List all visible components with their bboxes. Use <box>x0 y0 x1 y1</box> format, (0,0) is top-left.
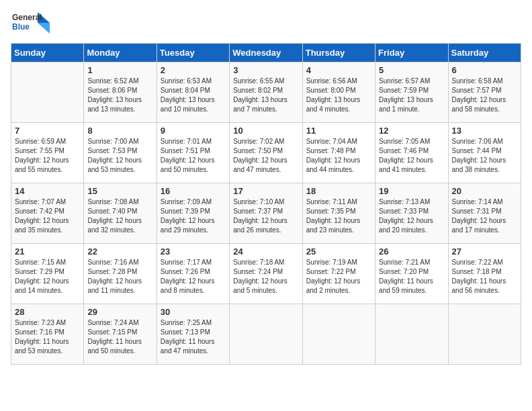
day-cell: 20Sunrise: 7:14 AM Sunset: 7:31 PM Dayli… <box>448 183 521 244</box>
day-info: Sunrise: 7:13 AM Sunset: 7:33 PM Dayligh… <box>379 197 444 235</box>
day-number: 27 <box>452 246 517 257</box>
day-number: 3 <box>233 65 298 75</box>
day-cell: 4Sunrise: 6:56 AM Sunset: 8:00 PM Daylig… <box>302 62 375 123</box>
day-cell: 23Sunrise: 7:17 AM Sunset: 7:26 PM Dayli… <box>157 244 229 304</box>
day-number: 22 <box>87 246 152 257</box>
day-number: 6 <box>452 65 517 75</box>
day-number: 18 <box>306 186 371 196</box>
day-cell: 29Sunrise: 7:24 AM Sunset: 7:15 PM Dayli… <box>84 304 157 365</box>
day-number: 7 <box>15 126 80 136</box>
day-number: 5 <box>379 65 444 75</box>
day-number: 16 <box>161 186 226 196</box>
day-info: Sunrise: 7:24 AM Sunset: 7:15 PM Dayligh… <box>87 318 152 356</box>
day-info: Sunrise: 6:52 AM Sunset: 8:06 PM Dayligh… <box>87 77 152 114</box>
day-cell <box>11 62 84 123</box>
day-cell: 25Sunrise: 7:19 AM Sunset: 7:22 PM Dayli… <box>302 244 375 304</box>
day-cell: 18Sunrise: 7:11 AM Sunset: 7:35 PM Dayli… <box>302 183 375 244</box>
day-cell: 14Sunrise: 7:07 AM Sunset: 7:42 PM Dayli… <box>11 183 84 244</box>
day-cell: 15Sunrise: 7:08 AM Sunset: 7:40 PM Dayli… <box>84 183 157 244</box>
logo: GeneralBlue <box>11 11 51 35</box>
day-info: Sunrise: 7:00 AM Sunset: 7:53 PM Dayligh… <box>87 137 152 175</box>
day-number: 1 <box>87 65 152 75</box>
svg-text:Blue: Blue <box>12 22 30 32</box>
day-number: 4 <box>306 65 371 75</box>
header-row: SundayMondayTuesdayWednesdayThursdayFrid… <box>11 44 521 62</box>
column-header-thursday: Thursday <box>302 44 375 62</box>
day-cell: 1Sunrise: 6:52 AM Sunset: 8:06 PM Daylig… <box>84 62 157 123</box>
day-info: Sunrise: 7:17 AM Sunset: 7:26 PM Dayligh… <box>161 258 226 295</box>
day-cell: 12Sunrise: 7:05 AM Sunset: 7:46 PM Dayli… <box>375 123 448 183</box>
column-header-sunday: Sunday <box>11 44 84 62</box>
day-cell: 19Sunrise: 7:13 AM Sunset: 7:33 PM Dayli… <box>375 183 448 244</box>
day-number: 13 <box>452 126 517 136</box>
day-number: 17 <box>233 186 298 196</box>
day-info: Sunrise: 6:59 AM Sunset: 7:55 PM Dayligh… <box>15 137 80 175</box>
svg-marker-1 <box>38 23 50 34</box>
day-info: Sunrise: 7:02 AM Sunset: 7:50 PM Dayligh… <box>233 137 298 175</box>
day-cell: 26Sunrise: 7:21 AM Sunset: 7:20 PM Dayli… <box>375 244 448 304</box>
day-info: Sunrise: 6:57 AM Sunset: 7:59 PM Dayligh… <box>379 77 444 114</box>
svg-text:General: General <box>12 13 42 22</box>
day-cell: 6Sunrise: 6:58 AM Sunset: 7:57 PM Daylig… <box>448 62 521 123</box>
day-number: 12 <box>379 126 444 136</box>
day-number: 23 <box>161 246 226 257</box>
day-info: Sunrise: 7:04 AM Sunset: 7:48 PM Dayligh… <box>306 137 371 175</box>
day-info: Sunrise: 7:25 AM Sunset: 7:13 PM Dayligh… <box>161 318 226 356</box>
week-row-3: 14Sunrise: 7:07 AM Sunset: 7:42 PM Dayli… <box>11 183 521 244</box>
day-number: 30 <box>161 307 226 317</box>
week-row-2: 7Sunrise: 6:59 AM Sunset: 7:55 PM Daylig… <box>11 123 521 183</box>
day-number: 25 <box>306 246 371 257</box>
calendar-table: SundayMondayTuesdayWednesdayThursdayFrid… <box>11 43 521 365</box>
day-number: 8 <box>87 126 152 136</box>
day-number: 15 <box>87 186 152 196</box>
day-cell: 8Sunrise: 7:00 AM Sunset: 7:53 PM Daylig… <box>84 123 157 183</box>
day-info: Sunrise: 7:06 AM Sunset: 7:44 PM Dayligh… <box>452 137 517 175</box>
day-cell: 24Sunrise: 7:18 AM Sunset: 7:24 PM Dayli… <box>230 244 302 304</box>
column-header-friday: Friday <box>375 44 448 62</box>
day-number: 28 <box>15 307 80 317</box>
day-info: Sunrise: 6:56 AM Sunset: 8:00 PM Dayligh… <box>306 77 371 114</box>
day-number: 20 <box>452 186 517 196</box>
day-cell: 16Sunrise: 7:09 AM Sunset: 7:39 PM Dayli… <box>157 183 229 244</box>
day-info: Sunrise: 7:21 AM Sunset: 7:20 PM Dayligh… <box>379 258 444 295</box>
week-row-4: 21Sunrise: 7:15 AM Sunset: 7:29 PM Dayli… <box>11 244 521 304</box>
column-header-saturday: Saturday <box>448 44 521 62</box>
day-cell: 17Sunrise: 7:10 AM Sunset: 7:37 PM Dayli… <box>230 183 302 244</box>
column-header-monday: Monday <box>84 44 157 62</box>
day-cell: 30Sunrise: 7:25 AM Sunset: 7:13 PM Dayli… <box>157 304 229 365</box>
day-info: Sunrise: 7:09 AM Sunset: 7:39 PM Dayligh… <box>161 197 226 235</box>
day-info: Sunrise: 7:22 AM Sunset: 7:18 PM Dayligh… <box>452 258 517 295</box>
day-cell: 21Sunrise: 7:15 AM Sunset: 7:29 PM Dayli… <box>11 244 84 304</box>
week-row-5: 28Sunrise: 7:23 AM Sunset: 7:16 PM Dayli… <box>11 304 521 365</box>
day-cell: 13Sunrise: 7:06 AM Sunset: 7:44 PM Dayli… <box>448 123 521 183</box>
day-info: Sunrise: 7:23 AM Sunset: 7:16 PM Dayligh… <box>15 318 80 356</box>
day-cell <box>448 304 521 365</box>
day-info: Sunrise: 7:01 AM Sunset: 7:51 PM Dayligh… <box>161 137 226 175</box>
day-cell: 7Sunrise: 6:59 AM Sunset: 7:55 PM Daylig… <box>11 123 84 183</box>
column-header-tuesday: Tuesday <box>157 44 229 62</box>
day-info: Sunrise: 7:07 AM Sunset: 7:42 PM Dayligh… <box>15 197 80 235</box>
day-info: Sunrise: 7:14 AM Sunset: 7:31 PM Dayligh… <box>452 197 517 235</box>
day-info: Sunrise: 7:08 AM Sunset: 7:40 PM Dayligh… <box>87 197 152 235</box>
day-info: Sunrise: 7:15 AM Sunset: 7:29 PM Dayligh… <box>15 258 80 295</box>
day-info: Sunrise: 7:16 AM Sunset: 7:28 PM Dayligh… <box>87 258 152 295</box>
day-cell: 11Sunrise: 7:04 AM Sunset: 7:48 PM Dayli… <box>302 123 375 183</box>
day-number: 26 <box>379 246 444 257</box>
day-cell: 5Sunrise: 6:57 AM Sunset: 7:59 PM Daylig… <box>375 62 448 123</box>
day-cell <box>375 304 448 365</box>
week-row-1: 1Sunrise: 6:52 AM Sunset: 8:06 PM Daylig… <box>11 62 521 123</box>
day-cell <box>230 304 302 365</box>
day-number: 9 <box>161 126 226 136</box>
day-number: 21 <box>15 246 80 257</box>
day-cell: 3Sunrise: 6:55 AM Sunset: 8:02 PM Daylig… <box>230 62 302 123</box>
day-info: Sunrise: 7:05 AM Sunset: 7:46 PM Dayligh… <box>379 137 444 175</box>
column-header-wednesday: Wednesday <box>230 44 302 62</box>
day-number: 11 <box>306 126 371 136</box>
logo-svg: GeneralBlue <box>11 11 51 35</box>
day-info: Sunrise: 7:18 AM Sunset: 7:24 PM Dayligh… <box>233 258 298 295</box>
day-info: Sunrise: 7:19 AM Sunset: 7:22 PM Dayligh… <box>306 258 371 295</box>
day-info: Sunrise: 7:10 AM Sunset: 7:37 PM Dayligh… <box>233 197 298 235</box>
day-info: Sunrise: 7:11 AM Sunset: 7:35 PM Dayligh… <box>306 197 371 235</box>
day-cell <box>302 304 375 365</box>
day-number: 29 <box>87 307 152 317</box>
